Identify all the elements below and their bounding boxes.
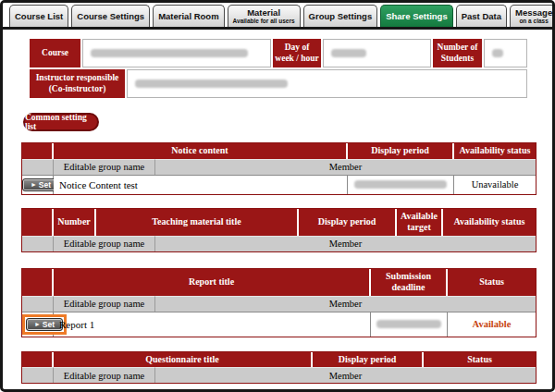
tab-label: Course List (15, 11, 63, 21)
display-period-header: Display period (313, 352, 424, 368)
set-button-label: Set (39, 180, 51, 190)
set-arrow-icon: ► (34, 321, 41, 327)
page-content: Course Day of week / hour Number of Stud… (3, 39, 552, 384)
availability-status-header: Availability status (454, 143, 536, 159)
notice-status-cell: Unavailable (454, 175, 536, 194)
tab-share-settings[interactable]: Share Settings (380, 5, 453, 27)
app-window: Course List Course Settings Material Roo… (0, 0, 555, 392)
tab-label: Material (247, 7, 280, 18)
available-target-header: Available target (397, 209, 443, 236)
subheader-spacer (22, 367, 54, 383)
instructor-label: Instructor responsible (Co-instructor) (30, 69, 125, 98)
material-title-header: Teaching material title (96, 209, 299, 236)
course-info: Course Day of week / hour Number of Stud… (30, 39, 527, 98)
tab-material-all-users[interactable]: Material Available for all users (228, 5, 301, 27)
questionnaire-subheader-row: Editable group name Member (22, 367, 536, 383)
material-header-row: Number Teaching material title Display p… (22, 209, 536, 236)
day-of-week-value (323, 39, 431, 67)
report-row: ► Set Report 1 Available (22, 312, 536, 337)
editable-group-name-header: Editable group name (54, 367, 155, 383)
redacted-display-period (354, 180, 447, 189)
redacted-day-hour (331, 49, 366, 57)
tab-bar: Course List Course Settings Material Roo… (3, 3, 552, 30)
report-set-button[interactable]: ► Set (26, 318, 63, 331)
redacted-deadline (376, 320, 441, 328)
notice-period-cell (348, 175, 454, 194)
teaching-material-table: Number Teaching material title Display p… (21, 208, 536, 252)
students-label: Number of Students (433, 39, 481, 67)
notice-content-header: Notice content (54, 143, 348, 159)
common-setting-list-button[interactable]: Common setting list (23, 113, 99, 131)
display-period-header: Display period (299, 209, 397, 236)
tab-course-list[interactable]: Course List (9, 5, 68, 27)
questionnaire-header-row: Questionnaire title Display period Statu… (22, 352, 536, 368)
notice-title-cell: Notice Content test (54, 175, 348, 194)
tab-sublabel: on a class (519, 18, 548, 24)
header-spacer (22, 269, 54, 296)
tab-sublabel: Available for all users (233, 18, 295, 24)
member-header: Member (155, 367, 536, 383)
number-header: Number (54, 209, 96, 236)
redacted-instructor-names (135, 80, 288, 88)
redacted-student-count (492, 49, 503, 57)
subheader-spacer (22, 296, 54, 312)
set-cell: ► Set (22, 175, 54, 194)
tab-label: Share Settings (386, 11, 448, 21)
report-table: Report title Submission deadline Status … (21, 268, 536, 337)
member-header: Member (155, 236, 536, 251)
tab-label: Group Settings (309, 11, 373, 21)
tab-past-data[interactable]: Past Data (456, 5, 507, 27)
report-deadline-cell (371, 312, 448, 337)
subheader-spacer (22, 236, 54, 251)
course-label: Course (30, 39, 80, 67)
header-spacer (22, 352, 54, 368)
material-subheader-row: Editable group name Member (22, 236, 536, 251)
header-spacer (22, 143, 54, 159)
notice-row: ► Set Notice Content test Unavailable (22, 175, 536, 194)
notice-table: Notice content Display period Availabili… (21, 142, 536, 195)
tab-message[interactable]: Message on a class (510, 5, 555, 27)
students-value (484, 39, 527, 67)
tab-course-settings[interactable]: Course Settings (71, 5, 150, 27)
notice-subheader-row: Editable group name Member (22, 159, 536, 175)
editable-group-name-header: Editable group name (54, 159, 155, 175)
report-subheader-row: Editable group name Member (22, 296, 536, 312)
questionnaire-table: Questionnaire title Display period Statu… (21, 351, 536, 385)
submission-deadline-header: Submission deadline (371, 269, 448, 296)
report-status-cell: Available (448, 312, 536, 337)
instructor-value (127, 69, 527, 98)
report-title-cell: Report 1 (54, 312, 371, 337)
tab-group-settings[interactable]: Group Settings (303, 5, 378, 27)
display-period-header: Display period (348, 143, 454, 159)
status-header: Status (424, 352, 536, 368)
tab-material-room[interactable]: Material Room (153, 5, 224, 27)
set-arrow-icon: ► (31, 181, 37, 188)
tab-label: Message (515, 7, 552, 18)
course-value (82, 39, 271, 67)
header-spacer (22, 209, 54, 236)
tab-label: Course Settings (77, 11, 144, 21)
editable-group-name-header: Editable group name (54, 296, 155, 312)
member-header: Member (155, 159, 536, 175)
day-of-week-label: Day of week / hour (273, 39, 321, 67)
member-header: Member (155, 296, 536, 312)
notice-header-row: Notice content Display period Availabili… (22, 143, 536, 159)
redacted-course-name (91, 49, 248, 57)
set-cell: ► Set (22, 312, 54, 337)
subheader-spacer (22, 159, 54, 175)
report-header-row: Report title Submission deadline Status (22, 269, 536, 296)
status-header: Status (448, 269, 536, 296)
set-button-label: Set (43, 320, 55, 329)
availability-status-header: Availability status (443, 209, 536, 236)
tab-label: Past Data (462, 11, 501, 21)
editable-group-name-header: Editable group name (54, 236, 155, 251)
report-title-header: Report title (54, 269, 371, 296)
questionnaire-title-header: Questionnaire title (54, 352, 313, 368)
tab-label: Material Room (158, 11, 218, 21)
